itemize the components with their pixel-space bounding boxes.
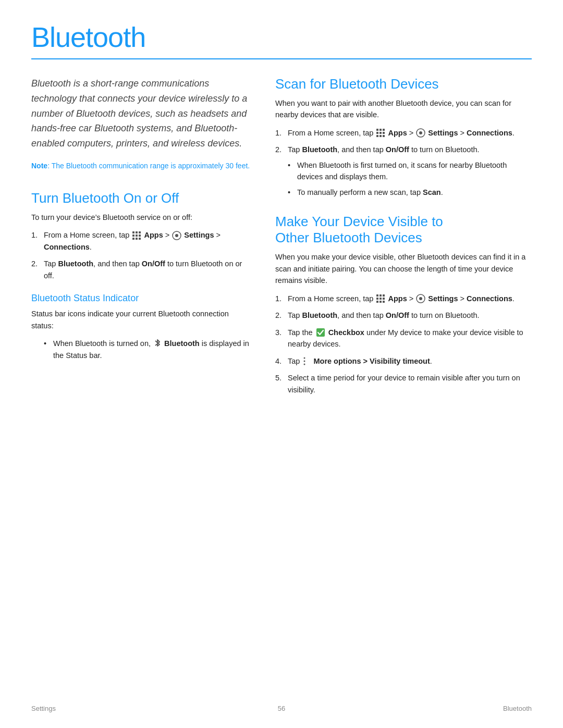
- right-column: Scan for Bluetooth Devices When you want…: [275, 76, 532, 401]
- settings-icon-visible: [416, 294, 425, 303]
- apps-icon: [132, 231, 141, 240]
- make-visible-intro: When you make your device visible, other…: [275, 251, 532, 286]
- svg-rect-11: [376, 129, 378, 131]
- title-divider: [31, 58, 532, 59]
- bluetooth-symbol-icon: [154, 339, 161, 348]
- scan-steps: 1. From a Home screen, tap: [275, 127, 532, 198]
- turn-on-off-intro: To turn your device’s Bluetooth service …: [31, 212, 250, 223]
- settings-icon-scan: [416, 128, 425, 138]
- make-visible-steps: 1. From a Home screen, tap: [275, 293, 532, 396]
- make-visible-step-3: 3. Tap the Checkbox under My device to m…: [275, 327, 532, 350]
- svg-rect-28: [376, 301, 378, 303]
- note-label: Note: [31, 162, 47, 170]
- turn-step-1: 1. From a Home screen, tap: [31, 229, 250, 253]
- scan-bullets: When Bluetooth is first turned on, it sc…: [288, 159, 532, 198]
- svg-rect-19: [383, 135, 385, 137]
- status-bullet-1: When Bluetooth is turned on, Bluetooth i…: [44, 338, 250, 361]
- svg-point-34: [304, 357, 305, 359]
- svg-rect-30: [383, 301, 385, 303]
- svg-rect-13: [383, 129, 385, 131]
- more-options-icon: [303, 356, 310, 366]
- svg-rect-4: [136, 235, 138, 237]
- svg-rect-15: [380, 132, 382, 134]
- make-visible-step-2: 2. Tap Bluetooth, and then tap On/Off to…: [275, 310, 532, 321]
- svg-point-35: [304, 360, 305, 362]
- scan-step-2: 2. Tap Bluetooth, and then tap On/Off to…: [275, 144, 532, 198]
- svg-rect-22: [376, 294, 378, 297]
- checkbox-icon: [316, 328, 325, 337]
- apps-icon-scan: [376, 128, 385, 138]
- turn-on-off-steps: 1. From a Home screen, tap: [31, 229, 250, 281]
- svg-point-32: [419, 297, 422, 300]
- content-area: Bluetooth is a short-range communication…: [31, 76, 532, 401]
- svg-rect-8: [139, 238, 141, 240]
- apps-icon-visible: [376, 294, 385, 303]
- svg-rect-5: [139, 235, 141, 237]
- settings-icon: [172, 231, 181, 240]
- svg-rect-7: [136, 238, 138, 240]
- scan-bullet-1: When Bluetooth is first turned on, it sc…: [288, 159, 532, 183]
- svg-rect-16: [383, 132, 385, 134]
- status-indicator-subtitle: Bluetooth Status Indicator: [31, 293, 250, 304]
- svg-point-21: [419, 131, 422, 134]
- page-title: Bluetooth: [31, 21, 532, 53]
- page: Bluetooth Bluetooth is a short-range com…: [0, 0, 563, 728]
- make-visible-section: Make Your Device Visible to Other Blueto…: [275, 214, 532, 396]
- make-visible-title: Make Your Device Visible to Other Blueto…: [275, 214, 532, 246]
- svg-rect-29: [380, 301, 382, 303]
- svg-rect-2: [139, 231, 141, 233]
- svg-rect-12: [380, 129, 382, 131]
- connections-label: Connections: [44, 243, 90, 251]
- note-content: The Bluetooth communication range is app…: [52, 162, 250, 170]
- footer: Settings 56 Bluetooth: [0, 705, 563, 712]
- svg-rect-27: [383, 298, 385, 300]
- svg-rect-14: [376, 132, 378, 134]
- scan-section: Scan for Bluetooth Devices When you want…: [275, 76, 532, 198]
- turn-on-off-title: Turn Bluetooth On or Off: [31, 190, 250, 206]
- svg-rect-18: [380, 135, 382, 137]
- make-visible-step-1: 1. From a Home screen, tap: [275, 293, 532, 304]
- scan-title: Scan for Bluetooth Devices: [275, 76, 532, 92]
- svg-rect-25: [376, 298, 378, 300]
- status-indicator-intro: Status bar icons indicate your current B…: [31, 308, 250, 331]
- make-visible-step-5: 5. Select a time period for your device …: [275, 372, 532, 396]
- svg-rect-17: [376, 135, 378, 137]
- apps-label-scan: Apps: [388, 129, 407, 137]
- footer-right: Bluetooth: [503, 705, 532, 712]
- svg-point-36: [304, 363, 305, 365]
- svg-rect-23: [380, 294, 382, 297]
- svg-rect-26: [380, 298, 382, 300]
- bluetooth-bold-label: Bluetooth: [164, 339, 200, 348]
- footer-center: 56: [278, 705, 285, 712]
- svg-rect-0: [132, 231, 134, 233]
- svg-rect-6: [132, 238, 134, 240]
- svg-rect-3: [132, 235, 134, 237]
- svg-rect-1: [136, 231, 138, 233]
- scan-bullet-2: To manually perform a new scan, tap Scan…: [288, 187, 532, 198]
- scan-intro: When you want to pair with another Bluet…: [275, 97, 532, 121]
- intro-paragraph: Bluetooth is a short-range communication…: [31, 76, 250, 151]
- turn-step-2: 2. Tap Bluetooth, and then tap On/Off to…: [31, 258, 250, 281]
- apps-label: Apps: [144, 231, 163, 239]
- scan-step-1: 1. From a Home screen, tap: [275, 127, 532, 139]
- left-column: Bluetooth is a short-range communication…: [31, 76, 250, 401]
- settings-label: Settings: [184, 231, 214, 239]
- svg-point-10: [175, 234, 178, 237]
- footer-left: Settings: [31, 705, 56, 712]
- svg-rect-24: [383, 294, 385, 297]
- status-indicator-bullets: When Bluetooth is turned on, Bluetooth i…: [44, 338, 250, 361]
- make-visible-step-4: 4. Tap More options > Visibility timeout…: [275, 355, 532, 367]
- note-paragraph: Note: The Bluetooth communication range …: [31, 161, 250, 171]
